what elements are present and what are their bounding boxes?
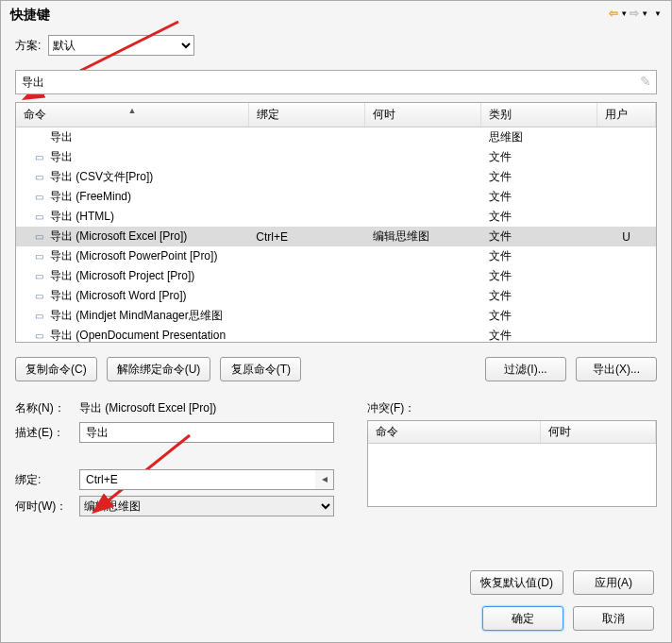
table-row[interactable]: ▭导出 (OpenDocument Presentation文件 [16,326,656,343]
conflict-col-command[interactable]: 命令 [368,421,541,444]
document-icon: ▭ [35,152,48,162]
document-icon: ▭ [35,311,48,321]
col-user[interactable]: 用户 [597,103,656,127]
when-label: 何时(W)： [15,499,79,515]
document-icon: ▭ [35,172,48,182]
desc-label: 描述(E)： [15,425,79,441]
table-row[interactable]: ▭导出 (Microsoft Excel [Pro])Ctrl+E编辑思维图文件… [16,227,656,246]
dialog-title: 快捷键 [10,7,50,24]
restore-defaults-button[interactable]: 恢复默认值(D) [470,570,563,595]
col-binding[interactable]: 绑定 [248,103,364,127]
export-button[interactable]: 导出(X)... [576,357,657,381]
document-icon: ▭ [35,291,48,301]
copy-command-button[interactable]: 复制命令(C) [15,357,97,381]
apply-button[interactable]: 应用(A) [573,570,654,595]
scheme-label: 方案: [15,38,41,54]
document-icon: ▭ [35,271,48,281]
commands-table[interactable]: 命令 绑定 何时 类别 用户 导出思维图▭导出文件▭导出 (CSV文件[Pro]… [15,102,657,343]
document-icon: ▭ [35,231,48,242]
conflict-col-when[interactable]: 何时 [541,421,656,444]
cancel-button[interactable]: 取消 [573,606,654,631]
back-icon[interactable]: ⇦ [609,7,618,20]
filter-input[interactable] [15,70,657,94]
document-icon: ▭ [35,212,48,222]
conflict-table[interactable]: 命令 何时 [367,420,657,507]
binding-label: 绑定: [15,472,79,488]
filter-button[interactable]: 过滤(I)... [485,357,566,381]
table-row[interactable]: 导出思维图 [16,127,656,148]
desc-input[interactable] [79,422,334,443]
clear-filter-icon[interactable]: ✎ [640,74,651,89]
nav-arrows: ⇦ ▼ ⇨ ▼ ▼ [609,7,662,20]
document-icon: ▭ [35,251,48,262]
col-command[interactable]: 命令 [16,103,248,127]
table-row[interactable]: ▭导出 (Mindjet MindManager思维图文件 [16,306,656,326]
col-when[interactable]: 何时 [365,103,481,127]
col-category[interactable]: 类别 [481,103,597,127]
ok-button[interactable]: 确定 [482,606,563,631]
restore-command-button[interactable]: 复原命令(T) [220,357,301,381]
conflict-label: 冲突(F)： [367,400,657,416]
name-value: 导出 (Microsoft Excel [Pro]) [79,400,350,416]
binding-input[interactable] [79,469,315,490]
scheme-select[interactable]: 默认 [48,35,194,56]
table-row[interactable]: ▭导出 (HTML)文件 [16,207,656,227]
binding-clear-icon[interactable]: ◂ [315,469,334,490]
table-row[interactable]: ▭导出 (FreeMind)文件 [16,187,656,207]
table-row[interactable]: ▭导出 (CSV文件[Pro])文件 [16,167,656,187]
table-row[interactable]: ▭导出 (Microsoft Word [Pro])文件 [16,286,656,306]
table-row[interactable]: ▭导出文件 [16,147,656,167]
forward-icon: ⇨ [630,7,639,20]
document-icon: ▭ [35,192,48,202]
when-select[interactable]: 编辑思维图 [79,496,334,516]
menu-dropdown-icon[interactable]: ▼ [654,9,662,18]
unbind-command-button[interactable]: 解除绑定命令(U) [107,357,211,381]
back-dropdown-icon[interactable]: ▼ [620,9,628,18]
table-row[interactable]: ▭导出 (Microsoft Project [Pro])文件 [16,266,656,286]
table-row[interactable]: ▭导出 (Microsoft PowerPoint [Pro])文件 [16,246,656,266]
forward-dropdown-icon[interactable]: ▼ [641,9,648,18]
document-icon: ▭ [35,330,48,341]
name-label: 名称(N)： [15,400,79,416]
